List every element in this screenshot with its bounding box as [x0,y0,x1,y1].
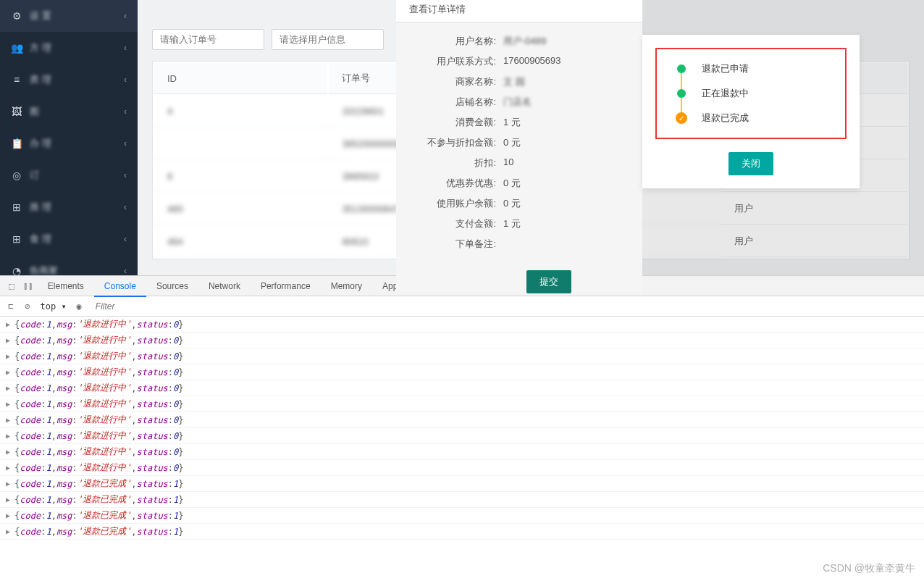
chevron-left-icon: ‹ [124,234,127,244]
status-dot-icon [677,89,686,98]
detail-label: 用户名称: [409,35,503,48]
detail-label: 折扣: [409,156,503,170]
devtools-tab-elements[interactable]: Elements [38,277,94,296]
expand-arrow-icon[interactable]: ▶ [6,480,10,488]
sidebar-item[interactable]: 📋办 理‹ [0,128,138,159]
clear-console-icon[interactable]: ⊘ [21,300,33,313]
chevron-left-icon: ‹ [124,202,127,212]
order-detail-modal: 查看订单详情 用户名称:用户-0489用户联系方式:17600905693商家名… [396,0,642,293]
console-log-line[interactable]: ▶{code: 1, msg: '退款已完成', status: 1} [0,492,924,508]
cell-id: 6 [154,161,327,192]
sidebar-item-label: 办 理 [30,137,127,150]
device-icon[interactable]: ⫿⫿ [19,277,38,294]
detail-row: 用户名称:用户-0489 [396,31,642,51]
devtools-tab-console[interactable]: Console [94,277,146,297]
detail-value: 10 [503,156,513,170]
check-icon: ✓ [676,112,687,124]
expand-arrow-icon[interactable]: ▶ [6,320,10,328]
console-filter-input[interactable] [90,298,920,314]
console-log-line[interactable]: ▶{code: 1, msg: '退款进行中', status: 0} [0,333,924,348]
status-connector [681,96,682,114]
sidebar-item[interactable]: ⚙设 置‹ [0,0,138,32]
expand-arrow-icon[interactable]: ▶ [6,448,10,456]
sidebar-item[interactable]: ⊞推 理‹ [0,191,138,223]
detail-value: 1 元 [503,116,521,129]
console-log-line[interactable]: ▶{code: 1, msg: '退款进行中', status: 0} [0,317,924,333]
console-log-line[interactable]: ▶{code: 1, msg: '退款进行中', status: 0} [0,380,924,396]
chevron-left-icon: ‹ [124,266,127,275]
console-log-line[interactable]: ▶{code: 1, msg: '退款已完成', status: 1} [0,508,924,524]
chevron-left-icon: ‹ [124,106,127,117]
expand-arrow-icon[interactable]: ▶ [6,432,10,440]
console-log-line[interactable]: ▶{code: 1, msg: '退款进行中', status: 0} [0,364,924,380]
detail-row: 商家名称:文 园 [396,72,642,92]
detail-value: 17600905693 [503,55,561,68]
close-button[interactable]: 关闭 [728,152,773,175]
sidebar-item-label: 订 [30,169,127,182]
console-log-line[interactable]: ▶{code: 1, msg: '退款进行中', status: 0} [0,428,924,444]
status-step-label: 正在退款中 [702,87,749,100]
sidebar-item[interactable]: ⊞食 理‹ [0,223,138,255]
expand-arrow-icon[interactable]: ▶ [6,336,10,344]
detail-label: 不参与折扣金额: [409,136,503,149]
detail-row: 店铺名称:门店名 [396,92,642,112]
menu-icon: 📋 [11,138,22,149]
detail-row: 用户联系方式:17600905693 [396,51,642,72]
sidebar-toggle-icon[interactable]: ⊏ [4,300,17,313]
devtools-tab-network[interactable]: Network [198,277,251,296]
detail-label: 支付金额: [409,217,503,230]
sidebar-item[interactable]: ≡类 理‹ [0,64,138,96]
menu-icon: 👥 [11,42,22,54]
console-log-line[interactable]: ▶{code: 1, msg: '退款进行中', status: 0} [0,444,924,460]
console-log-line[interactable]: ▶{code: 1, msg: '退款进行中', status: 0} [0,460,924,476]
chevron-left-icon: ‹ [124,138,127,149]
inspect-icon[interactable]: ⬚ [4,277,19,294]
detail-row: 优惠券优惠:0 元 [396,173,642,193]
sidebar-item[interactable]: ◔告商家‹ [0,255,138,275]
sidebar-item-label: 设 置 [30,9,127,22]
expand-arrow-icon[interactable]: ▶ [6,400,10,408]
expand-arrow-icon[interactable]: ▶ [6,464,10,472]
detail-value: 0 元 [503,197,521,210]
sidebar-item[interactable]: 👥方 理‹ [0,32,138,64]
detail-label: 商家名称: [409,75,503,88]
detail-value: 用户-0489 [503,35,546,48]
detail-row: 消费金额:1 元 [396,112,642,133]
sidebar-item[interactable]: ◎订 ‹ [0,159,138,191]
expand-arrow-icon[interactable]: ▶ [6,416,10,424]
sidebar-item-label: 推 理 [30,201,127,214]
expand-arrow-icon[interactable]: ▶ [6,368,10,376]
devtools-tab-sources[interactable]: Sources [146,277,198,296]
expand-arrow-icon[interactable]: ▶ [6,527,10,535]
watermark: CSDN @牧童牵黄牛 [823,562,915,575]
console-log-line[interactable]: ▶{code: 1, msg: '退款进行中', status: 0} [0,412,924,428]
detail-row: 使用账户余额:0 元 [396,193,642,214]
user-search-input[interactable] [272,29,384,50]
detail-label: 优惠券优惠: [409,177,503,190]
devtools-tab-memory[interactable]: Memory [321,277,372,296]
console-log-line[interactable]: ▶{code: 1, msg: '退款进行中', status: 0} [0,348,924,364]
modal-title: 查看订单详情 [396,0,642,22]
sidebar-item-label: 图 [30,105,127,118]
cell-id [154,128,327,159]
submit-button[interactable]: 提交 [526,270,571,293]
menu-icon: ⚙ [11,10,22,22]
expand-arrow-icon[interactable]: ▶ [6,352,10,360]
expand-arrow-icon[interactable]: ▶ [6,511,10,519]
eye-icon[interactable]: ◉ [73,300,85,313]
context-selector[interactable]: top ▾ [38,301,68,312]
devtools-tab-performance[interactable]: Performance [251,277,321,296]
console-log-line[interactable]: ▶{code: 1, msg: '退款已完成', status: 1} [0,524,924,540]
chevron-left-icon: ‹ [124,170,127,180]
sidebar: ⚙设 置‹👥方 理‹≡类 理‹🖼图 ‹📋办 理‹◎订 ‹⊞推 理‹⊞食 理‹◔告… [0,0,138,275]
table-header: ID [154,63,327,94]
refund-status-step: 正在退款中 [677,87,832,100]
sidebar-item[interactable]: 🖼图 ‹ [0,96,138,128]
order-search-input[interactable] [152,29,264,50]
menu-icon: ⊞ [11,233,22,245]
console-log-line[interactable]: ▶{code: 1, msg: '退款已完成', status: 1} [0,476,924,492]
console-log-line[interactable]: ▶{code: 1, msg: '退款进行中', status: 0} [0,396,924,412]
expand-arrow-icon[interactable]: ▶ [6,384,10,392]
detail-value: 0 元 [503,136,521,149]
expand-arrow-icon[interactable]: ▶ [6,496,10,503]
